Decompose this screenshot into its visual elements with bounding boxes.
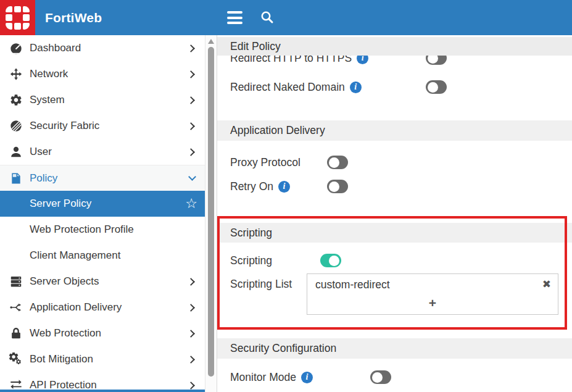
search-icon[interactable] bbox=[260, 10, 275, 25]
scroll-up-arrow[interactable] bbox=[208, 39, 214, 44]
field-label: Scripting bbox=[230, 254, 272, 267]
chevron-right-icon bbox=[187, 70, 195, 78]
fortinet-logo bbox=[0, 0, 35, 35]
gear-icon bbox=[9, 93, 23, 107]
info-icon[interactable]: i bbox=[301, 372, 313, 383]
sidebar-item-user[interactable]: User bbox=[0, 139, 205, 165]
chevron-right-icon bbox=[187, 382, 195, 390]
sidebar-item-server-objects[interactable]: Server Objects bbox=[0, 269, 205, 294]
scrollbar-thumb[interactable] bbox=[208, 47, 214, 377]
chevron-right-icon bbox=[187, 304, 195, 312]
fortinet-grid-icon bbox=[6, 6, 30, 30]
chevron-right-icon bbox=[187, 330, 195, 338]
sidebar-item-security-fabric[interactable]: Security Fabric bbox=[0, 113, 205, 139]
sidebar-item-label: Web Protection Profile bbox=[30, 223, 134, 236]
sidebar-item-label: Application Delivery bbox=[30, 301, 122, 314]
info-icon[interactable]: i bbox=[350, 81, 362, 93]
proxy-protocol-toggle[interactable] bbox=[327, 156, 348, 169]
sidebar-item-network[interactable]: Network bbox=[0, 61, 205, 87]
add-item-button[interactable]: + bbox=[307, 295, 558, 312]
field-redirect-naked-domain: Redirect Naked Domain i bbox=[217, 79, 572, 95]
next-item-edge bbox=[0, 390, 205, 392]
section-title: Scripting bbox=[230, 227, 272, 240]
gauge-icon bbox=[9, 41, 23, 56]
monitor-mode-toggle[interactable] bbox=[370, 370, 391, 384]
sidebar-item-label: Client Management bbox=[30, 249, 120, 262]
sidebar-item-label: Network bbox=[30, 68, 68, 80]
sidebar-item-bot-mitigation[interactable]: Bot Mitigation bbox=[0, 346, 205, 372]
section-title: Application Delivery bbox=[230, 124, 325, 137]
field-label: Proxy Protocol bbox=[230, 156, 301, 169]
sidebar-item-server-policy[interactable]: Server Policy ☆ bbox=[0, 191, 205, 217]
sidebar-item-label: Dashboard bbox=[30, 42, 81, 54]
sidebar-item-web-protection[interactable]: Web Protection bbox=[0, 320, 205, 346]
favorite-star-icon[interactable]: ☆ bbox=[185, 197, 197, 211]
policy-document-icon bbox=[9, 171, 23, 186]
chevron-right-icon bbox=[187, 96, 195, 104]
retry-on-toggle[interactable] bbox=[327, 180, 348, 193]
sidebar-item-label: Bot Mitigation bbox=[30, 353, 93, 365]
chevron-right-icon bbox=[187, 44, 195, 52]
page-title-bar: Edit Policy bbox=[217, 37, 572, 56]
user-icon bbox=[9, 144, 23, 159]
section-scripting: Scripting bbox=[217, 223, 572, 243]
field-label: Redirect Naked Domain bbox=[230, 81, 345, 94]
field-scripting: Scripting bbox=[217, 252, 572, 269]
security-fabric-icon bbox=[9, 119, 23, 133]
field-retry-on: Retry On i bbox=[217, 178, 572, 194]
main-content: Redirect HTTP to HTTPS i Edit Policy Red… bbox=[217, 35, 572, 392]
sidebar-item-label: Web Protection bbox=[30, 327, 101, 340]
sidebar-item-dashboard[interactable]: Dashboard bbox=[0, 35, 205, 61]
info-icon[interactable]: i bbox=[278, 181, 290, 193]
chevron-right-icon bbox=[187, 148, 195, 156]
menu-icon[interactable] bbox=[227, 11, 242, 24]
field-proxy-protocol: Proxy Protocol bbox=[217, 154, 572, 170]
sidebar-scrollbar[interactable] bbox=[205, 35, 217, 392]
field-label: Retry On bbox=[230, 180, 273, 193]
sidebar-item-label: Security Fabric bbox=[30, 120, 99, 132]
field-monitor-mode: Monitor Mode i bbox=[217, 369, 572, 385]
app-title: FortiWeb bbox=[45, 10, 102, 25]
sidebar-item-web-protection-profile[interactable]: Web Protection Profile bbox=[0, 217, 205, 243]
sidebar-item-label: System bbox=[30, 94, 65, 106]
move-arrows-icon bbox=[9, 67, 23, 81]
gears-icon bbox=[9, 352, 23, 367]
section-application-delivery: Application Delivery bbox=[217, 120, 572, 141]
server-stack-icon bbox=[9, 274, 23, 289]
sidebar-item-label: Server Objects bbox=[30, 275, 99, 288]
sidebar-item-policy[interactable]: Policy bbox=[0, 165, 205, 191]
scripting-list-item[interactable]: custom-redirect ✖ bbox=[307, 274, 558, 295]
scripting-list-item-value: custom-redirect bbox=[315, 278, 390, 291]
field-label: Scripting List bbox=[230, 278, 292, 291]
scripting-toggle[interactable] bbox=[320, 254, 341, 267]
sidebar: Dashboard Network System Security Fabric… bbox=[0, 35, 205, 392]
chevron-right-icon bbox=[187, 278, 195, 286]
sidebar-item-system[interactable]: System bbox=[0, 87, 205, 113]
sidebar-item-label: Server Policy bbox=[30, 198, 91, 210]
section-title: Security Configuration bbox=[230, 342, 336, 355]
remove-item-icon[interactable]: ✖ bbox=[542, 278, 551, 291]
field-label: Monitor Mode bbox=[230, 371, 296, 384]
lock-icon bbox=[9, 326, 23, 341]
section-security-configuration: Security Configuration bbox=[217, 338, 572, 359]
scripting-list-box: custom-redirect ✖ + bbox=[307, 273, 558, 315]
redirect-naked-domain-toggle[interactable] bbox=[426, 80, 447, 94]
page-title: Edit Policy bbox=[230, 40, 281, 53]
top-bar: FortiWeb bbox=[0, 0, 572, 35]
branch-icon bbox=[9, 300, 23, 315]
sidebar-item-application-delivery[interactable]: Application Delivery bbox=[0, 294, 205, 320]
sidebar-item-label: User bbox=[30, 146, 52, 158]
sidebar-item-label: Policy bbox=[30, 172, 57, 185]
chevron-down-icon bbox=[188, 173, 196, 181]
sidebar-item-client-management[interactable]: Client Management bbox=[0, 243, 205, 269]
chevron-right-icon bbox=[187, 356, 195, 364]
chevron-right-icon bbox=[187, 122, 195, 130]
